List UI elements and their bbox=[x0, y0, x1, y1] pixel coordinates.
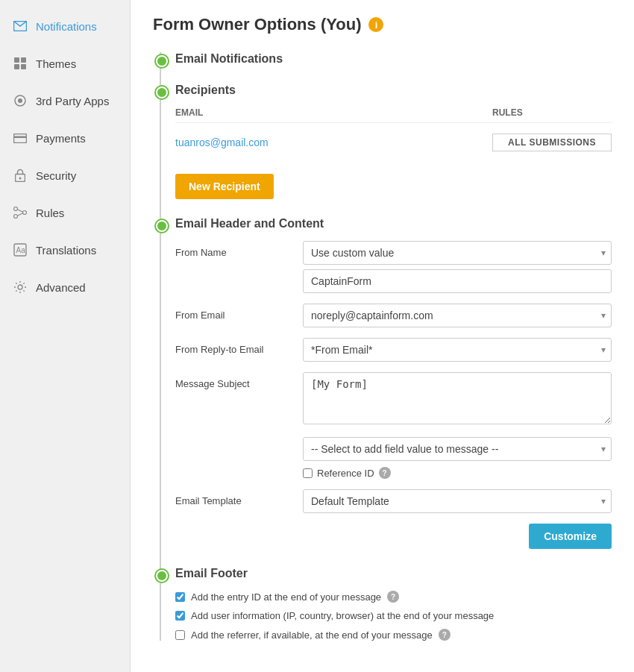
customize-row: Customize bbox=[175, 524, 612, 549]
sidebar-label-security: Security bbox=[36, 169, 76, 182]
sidebar: Notifications Themes 3rd Party Apps bbox=[0, 0, 131, 672]
envelope-icon bbox=[12, 18, 28, 34]
message-subject-textarea[interactable]: [My Form] bbox=[303, 372, 612, 424]
sidebar-item-rules[interactable]: Rules bbox=[0, 194, 130, 231]
field-value-select[interactable]: -- Select to add field value to message … bbox=[303, 437, 612, 461]
reference-id-checkbox[interactable] bbox=[303, 468, 313, 478]
info-icon[interactable]: i bbox=[368, 17, 383, 32]
footer-check-label-1: Add the entry ID at the end of your mess… bbox=[191, 591, 381, 603]
sidebar-label-payments: Payments bbox=[36, 132, 86, 145]
recipients-section: Recipients EMAIL RULES tuanros@gmail.com… bbox=[175, 84, 612, 199]
message-subject-group: Message Subject [My Form] bbox=[175, 372, 612, 427]
svg-point-6 bbox=[18, 98, 22, 103]
sidebar-item-translations[interactable]: Aa Translations bbox=[0, 231, 130, 269]
credit-card-icon bbox=[12, 130, 28, 146]
svg-point-18 bbox=[18, 285, 22, 289]
from-email-controls: noreply@captainform.com ▾ bbox=[303, 304, 612, 327]
main-content: Form Owner Options (You) i Email Notific… bbox=[131, 0, 634, 672]
gear-icon bbox=[12, 279, 28, 295]
new-recipient-button[interactable]: New Recipient bbox=[175, 174, 274, 199]
field-select-wrap: -- Select to add field value to message … bbox=[303, 437, 612, 461]
recipient-rules-badge: ALL SUBMISSIONS bbox=[492, 134, 612, 151]
col-rules-header: RULES bbox=[492, 107, 612, 118]
palette-icon bbox=[12, 55, 28, 72]
sidebar-label-advanced: Advanced bbox=[36, 281, 86, 294]
svg-rect-3 bbox=[14, 64, 19, 69]
svg-point-10 bbox=[19, 178, 22, 180]
sidebar-item-advanced[interactable]: Advanced bbox=[0, 269, 130, 306]
svg-point-12 bbox=[23, 211, 27, 215]
rules-icon bbox=[12, 204, 28, 221]
reference-id-label: Reference ID bbox=[317, 468, 374, 479]
timeline: Email Notifications Recipients EMAIL RUL… bbox=[153, 52, 612, 641]
footer-checks: Add the entry ID at the end of your mess… bbox=[175, 591, 612, 641]
email-template-select[interactable]: Default Template bbox=[303, 489, 612, 513]
recipients-title: Recipients bbox=[175, 84, 612, 97]
footer-checkbox-1[interactable] bbox=[175, 592, 185, 602]
sidebar-item-notifications[interactable]: Notifications bbox=[0, 7, 130, 45]
svg-rect-1 bbox=[14, 57, 19, 63]
col-email-header: EMAIL bbox=[175, 107, 477, 118]
footer-help-icon-3[interactable]: ? bbox=[439, 629, 451, 641]
footer-check-row-2: Add user information (IP, country, brows… bbox=[175, 610, 612, 621]
email-footer-section: Email Footer Add the entry ID at the end… bbox=[175, 567, 612, 641]
footer-checkbox-3[interactable] bbox=[175, 630, 185, 640]
from-name-controls: Use custom value Field Value ▾ bbox=[303, 241, 612, 293]
email-template-select-wrap: Default Template ▾ bbox=[303, 489, 612, 513]
email-notifications-title: Email Notifications bbox=[175, 52, 612, 66]
from-name-select-wrap: Use custom value Field Value ▾ bbox=[303, 241, 612, 265]
svg-point-13 bbox=[14, 215, 18, 219]
footer-check-row-1: Add the entry ID at the end of your mess… bbox=[175, 591, 612, 603]
section-dot-recipients bbox=[156, 87, 168, 98]
from-reply-select-wrap: *From Email* Custom ▾ bbox=[303, 338, 612, 362]
email-template-group: Email Template Default Template ▾ bbox=[175, 489, 612, 513]
lock-icon bbox=[12, 167, 28, 183]
page-title: Form Owner Options (You) bbox=[153, 15, 361, 34]
sidebar-item-payments[interactable]: Payments bbox=[0, 119, 130, 157]
svg-rect-8 bbox=[14, 136, 27, 138]
email-notifications-section: Email Notifications bbox=[175, 52, 612, 66]
from-name-label: From Name bbox=[175, 241, 291, 258]
customize-button[interactable]: Customize bbox=[529, 524, 612, 549]
svg-rect-4 bbox=[21, 64, 26, 69]
sidebar-label-rules: Rules bbox=[36, 207, 64, 219]
footer-check-row-3: Add the referrer, if available, at the e… bbox=[175, 629, 612, 641]
from-name-input[interactable] bbox=[303, 269, 612, 293]
footer-check-label-2: Add user information (IP, country, brows… bbox=[191, 610, 494, 621]
footer-checkbox-2[interactable] bbox=[175, 611, 185, 621]
svg-rect-7 bbox=[14, 134, 27, 142]
sidebar-item-themes[interactable]: Themes bbox=[0, 45, 130, 82]
message-subject-controls: [My Form] bbox=[303, 372, 612, 427]
from-email-select-wrap: noreply@captainform.com ▾ bbox=[303, 304, 612, 327]
from-reply-select[interactable]: *From Email* Custom bbox=[303, 338, 612, 362]
from-reply-group: From Reply-to Email *From Email* Custom … bbox=[175, 338, 612, 362]
email-template-label: Email Template bbox=[175, 489, 291, 506]
footer-help-icon-1[interactable]: ? bbox=[387, 591, 399, 603]
email-template-controls: Default Template ▾ bbox=[303, 489, 612, 513]
from-reply-controls: *From Email* Custom ▾ bbox=[303, 338, 612, 362]
from-name-group: From Name Use custom value Field Value ▾ bbox=[175, 241, 612, 293]
message-subject-label: Message Subject bbox=[175, 372, 291, 389]
from-email-select[interactable]: noreply@captainform.com bbox=[303, 304, 612, 327]
recipient-email: tuanros@gmail.com bbox=[175, 136, 477, 148]
recipients-header: EMAIL RULES bbox=[175, 107, 612, 123]
from-email-label: From Email bbox=[175, 304, 291, 321]
sidebar-item-3rd-party[interactable]: 3rd Party Apps bbox=[0, 82, 130, 119]
email-header-title: Email Header and Content bbox=[175, 217, 612, 230]
sidebar-item-security[interactable]: Security bbox=[0, 157, 130, 194]
email-footer-title: Email Footer bbox=[175, 567, 612, 580]
sidebar-label-themes: Themes bbox=[36, 57, 76, 70]
svg-line-15 bbox=[18, 213, 23, 216]
svg-line-14 bbox=[18, 210, 23, 212]
from-email-group: From Email noreply@captainform.com ▾ bbox=[175, 304, 612, 327]
from-reply-label: From Reply-to Email bbox=[175, 338, 291, 355]
svg-rect-2 bbox=[21, 57, 26, 63]
email-header-section: Email Header and Content From Name Use c… bbox=[175, 217, 612, 549]
sidebar-label-notifications: Notifications bbox=[36, 20, 97, 33]
translate-icon: Aa bbox=[12, 242, 28, 258]
reference-id-row: Reference ID ? bbox=[303, 467, 612, 479]
from-name-select[interactable]: Use custom value Field Value bbox=[303, 241, 612, 265]
field-select-row: -- Select to add field value to message … bbox=[303, 437, 612, 461]
sidebar-label-translations: Translations bbox=[36, 244, 96, 257]
reference-help-icon[interactable]: ? bbox=[379, 467, 391, 479]
